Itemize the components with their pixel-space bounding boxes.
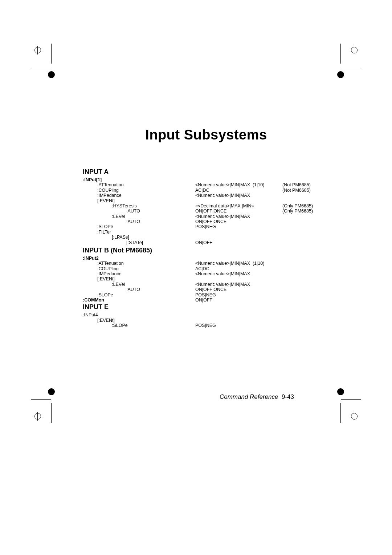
cmd-col2 bbox=[97, 287, 112, 292]
crop-dot bbox=[48, 388, 55, 395]
cmd-note bbox=[282, 240, 330, 245]
command-row: [:STATe]ON|OFF bbox=[83, 240, 330, 245]
cmd-value: ON|OFF bbox=[195, 297, 282, 303]
cmd-col1 bbox=[83, 188, 97, 193]
cmd-col2 bbox=[97, 235, 112, 240]
cmd-value: ON|OFF|ONCE bbox=[195, 208, 282, 214]
chapter-title: Input Subsystems bbox=[83, 127, 330, 143]
crop-v bbox=[51, 44, 52, 64]
cmd-col1 bbox=[83, 323, 97, 328]
cmd-label: :SLOPe bbox=[97, 292, 195, 297]
page: Input Subsystems INPUT A :INPut[1] :ATTe… bbox=[0, 0, 392, 555]
cmd-col1 bbox=[83, 235, 97, 240]
crop-v bbox=[51, 403, 52, 423]
cmd-label: :SLOPe bbox=[97, 224, 195, 229]
cmd-label: :AUTO bbox=[126, 208, 195, 214]
crop-h bbox=[31, 399, 51, 400]
crop-v bbox=[340, 403, 341, 423]
cmd-value bbox=[195, 276, 282, 281]
cmd-col3 bbox=[112, 240, 126, 245]
command-row: [:EVENt] bbox=[83, 198, 330, 203]
registration-plus bbox=[350, 412, 359, 421]
cmd-col1 bbox=[83, 276, 97, 281]
cmd-label: :LEVel bbox=[112, 214, 195, 219]
cmd-col1 bbox=[83, 208, 97, 214]
cmd-note bbox=[282, 318, 330, 323]
command-row: [:LPASs] bbox=[83, 235, 330, 240]
page-footer: Command Reference 9-43 bbox=[220, 393, 294, 401]
command-row: :HYSTeresis«<Decimal data>|MAX |MIN»(Onl… bbox=[83, 203, 330, 208]
cmd-value: POS|NEG bbox=[195, 292, 282, 297]
cmd-note: (Not PM6685) bbox=[282, 182, 330, 187]
command-row: :LEVel<Numeric value>|MIN|MAX bbox=[83, 282, 330, 287]
cmd-value: POS|NEG bbox=[195, 323, 282, 328]
cmd-label: :COUPling bbox=[97, 188, 195, 193]
cmd-col2 bbox=[97, 240, 112, 245]
section-root-a: :INPut[1] bbox=[83, 177, 330, 182]
cmd-note bbox=[282, 235, 330, 240]
cmd-col3 bbox=[112, 208, 126, 214]
cmd-value: ON|OFF bbox=[195, 240, 282, 245]
command-row: :IMPedance<Numeric value>|MIN|MAX bbox=[83, 271, 330, 276]
cmd-col2 bbox=[97, 282, 112, 287]
rows-input-b: :ATTenuation<Numeric value>|MIN|MAX (1|1… bbox=[83, 261, 330, 303]
cmd-label: :AUTO bbox=[126, 219, 195, 224]
cmd-col2 bbox=[97, 203, 112, 208]
cmd-value bbox=[195, 230, 282, 235]
command-row: :ATTenuation<Numeric value>|MIN|MAX (1|1… bbox=[83, 182, 330, 187]
cmd-value bbox=[195, 198, 282, 203]
cmd-label: :AUTO bbox=[126, 287, 195, 292]
cmd-col2 bbox=[97, 323, 112, 328]
cmd-label: :IMPedance bbox=[97, 193, 195, 198]
cmd-col1 bbox=[83, 240, 97, 245]
section-root-b: :INPut2 bbox=[83, 256, 330, 261]
command-row: :IMPedance<Numeric value>|MIN|MAX bbox=[83, 193, 330, 198]
cmd-note: (Only PM6685) bbox=[282, 203, 330, 208]
crop-v bbox=[340, 44, 341, 64]
cmd-label: [:EVENt] bbox=[97, 318, 195, 323]
cmd-col1 bbox=[83, 224, 97, 229]
cmd-note: (Only PM6685) bbox=[282, 208, 330, 214]
crop-dot bbox=[337, 388, 344, 395]
command-row: :COMMonON|OFF bbox=[83, 297, 330, 303]
cmd-col1 bbox=[83, 292, 97, 297]
cmd-value: <Numeric value>|MIN|MAX bbox=[195, 282, 282, 287]
cmd-label: [:LPASs] bbox=[112, 235, 195, 240]
crop-h bbox=[31, 67, 51, 67]
command-row: [:EVENt] bbox=[83, 276, 330, 281]
registration-plus bbox=[350, 46, 359, 54]
cmd-col1: :COMMon bbox=[83, 297, 195, 303]
cmd-col3 bbox=[112, 287, 126, 292]
cmd-value bbox=[195, 235, 282, 240]
cmd-value: POS|NEG bbox=[195, 224, 282, 229]
rows-input-e: [:EVENt]:SLOPePOS|NEG bbox=[83, 318, 330, 328]
cmd-note bbox=[282, 276, 330, 281]
cmd-value bbox=[195, 318, 282, 323]
footer-text: Command Reference bbox=[220, 393, 278, 400]
cmd-col1 bbox=[83, 318, 97, 323]
crop-h bbox=[341, 67, 361, 67]
cmd-col1 bbox=[83, 271, 97, 276]
crop-dot bbox=[48, 71, 55, 78]
cmd-note bbox=[282, 193, 330, 198]
cmd-note bbox=[282, 282, 330, 287]
cmd-label: :IMPedance bbox=[97, 271, 195, 276]
command-row: :AUTOON|OFF|ONCE bbox=[83, 219, 330, 224]
cmd-value: <Numeric value>|MIN|MAX bbox=[195, 214, 282, 219]
section-heading-input-a: INPUT A bbox=[83, 168, 330, 176]
cmd-label: :SLOPe bbox=[112, 323, 195, 328]
cmd-col2 bbox=[97, 208, 112, 214]
cmd-note bbox=[282, 292, 330, 297]
cmd-note bbox=[282, 261, 330, 266]
cmd-label: :ATTenuation bbox=[97, 261, 195, 266]
cmd-label: [:STATe] bbox=[126, 240, 195, 245]
cmd-note bbox=[282, 198, 330, 203]
crop-mark bbox=[33, 46, 42, 54]
command-row: :SLOPePOS|NEG bbox=[83, 323, 330, 328]
cmd-col1 bbox=[83, 193, 97, 198]
command-row: :COUPlingAC|DC bbox=[83, 266, 330, 271]
cmd-value: <Numeric value>|MIN|MAX (1|10) bbox=[195, 182, 282, 187]
cmd-value: ON|OFF|ONCE bbox=[195, 219, 282, 224]
cmd-value: <Numeric value>|MIN|MAX bbox=[195, 271, 282, 276]
cmd-value: <Numeric value>|MIN|MAX bbox=[195, 193, 282, 198]
